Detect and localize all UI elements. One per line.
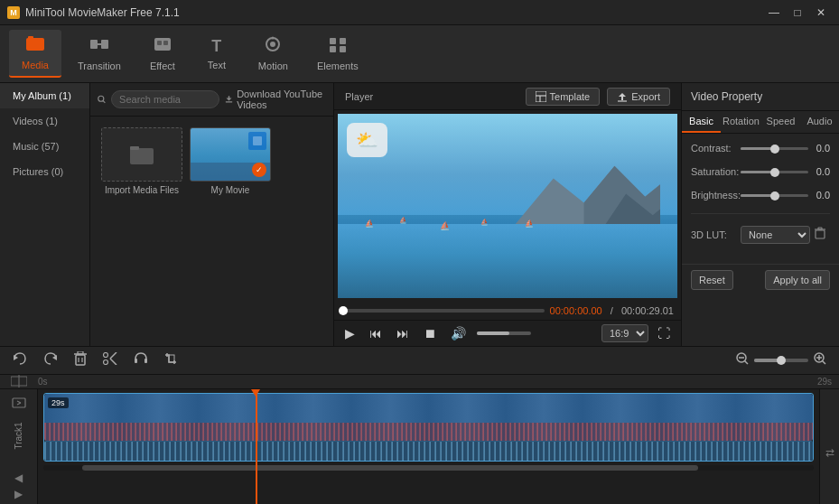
motion-icon — [263, 36, 283, 57]
volume-slider[interactable] — [477, 331, 531, 335]
timeline-scrollbar[interactable] — [43, 465, 814, 471]
sidebar-item-myalbum[interactable]: My Album (1) — [0, 83, 89, 108]
saturation-slider-wrap — [741, 171, 808, 173]
prev-frame-button[interactable]: ⏮ — [366, 324, 386, 342]
zoom-in-button[interactable] — [812, 350, 828, 370]
undo-button[interactable] — [11, 350, 29, 370]
main-toolbar: Media Transition Effect T Text Motion El… — [0, 25, 839, 83]
crop-button[interactable] — [163, 350, 181, 370]
volume-button[interactable]: 🔊 — [447, 324, 470, 342]
contrast-slider[interactable] — [741, 147, 808, 150]
audio-button[interactable] — [132, 350, 150, 370]
import-media-card[interactable]: Import Media Files — [101, 127, 182, 195]
saturation-slider[interactable] — [741, 171, 808, 173]
redo-icon — [43, 352, 58, 365]
sidebar-item-pictures[interactable]: Pictures (0) — [0, 159, 89, 184]
apply-all-button[interactable]: Apply to all — [765, 270, 830, 290]
template-icon — [536, 91, 546, 102]
toolbar-motion[interactable]: Motion — [246, 31, 301, 77]
track-right-controls: ⇄ — [819, 389, 839, 504]
minimize-button[interactable]: — — [763, 5, 785, 21]
track-duration-badge: 29s — [48, 397, 69, 408]
track-arrow-right[interactable]: ▶ — [14, 488, 23, 500]
video-container: ⛵ ⛵ ⛵ ⛵ ⛵ ⛅ — [338, 114, 677, 298]
property-panel: Video Property Basic Rotation Speed Audi… — [681, 83, 839, 346]
player-title: Player — [345, 91, 373, 102]
lut-delete-button[interactable] — [810, 225, 830, 244]
svg-rect-12 — [330, 46, 336, 52]
transition-icon — [89, 36, 109, 57]
my-movie-card[interactable]: ✓ My Movie — [190, 127, 271, 195]
download-youtube-button[interactable]: Download YouTube Videos — [225, 89, 326, 110]
sidebar-item-videos[interactable]: Videos (1) — [0, 108, 89, 134]
maximize-button[interactable]: □ — [787, 5, 808, 21]
toolbar-elements[interactable]: Elements — [304, 31, 371, 77]
motion-label: Motion — [258, 61, 288, 71]
svg-rect-32 — [76, 355, 85, 365]
timeline: 0s 29s Track1 ◀ ▶ 🔊 29s — [0, 375, 839, 504]
zoom-out-icon — [736, 352, 749, 365]
weather-overlay: ⛅ — [347, 123, 387, 157]
brightness-value: 0.0 — [808, 190, 830, 201]
tab-rotation[interactable]: Rotation — [721, 111, 761, 133]
headphones-icon — [134, 352, 148, 365]
app-icon: M — [7, 6, 20, 19]
time-separator: / — [608, 305, 616, 316]
zoom-out-button[interactable] — [734, 350, 750, 370]
fullscreen-button[interactable]: ⛶ — [654, 324, 674, 342]
sidebar-item-music[interactable]: Music (57) — [0, 134, 89, 159]
lut-select[interactable]: None — [741, 226, 810, 244]
aspect-ratio-select[interactable]: 16:9 4:3 1:1 9:16 — [601, 324, 648, 342]
zoom-thumb — [777, 356, 786, 365]
contrast-label: Contrast: — [691, 143, 741, 154]
titlebar-left: M MiniTool MovieMaker Free 7.1.1 — [7, 6, 180, 19]
export-button[interactable]: Export — [607, 88, 670, 106]
property-content: Contrast: 0.0 Saturation: — [682, 134, 839, 260]
close-button[interactable]: ✕ — [810, 5, 832, 21]
elements-icon — [328, 36, 348, 57]
cut-icon — [103, 352, 117, 365]
reset-button[interactable]: Reset — [691, 270, 733, 290]
next-frame-button[interactable]: ⏭ — [393, 324, 413, 342]
progress-bar[interactable] — [341, 309, 545, 313]
saturation-row: Saturation: 0.0 — [691, 166, 830, 177]
brightness-slider[interactable] — [741, 194, 808, 197]
player-area: Player Template Export — [334, 83, 681, 346]
split-icon — [11, 375, 27, 387]
player-controls: ▶ ⏮ ⏭ ⏹ 🔊 16:9 4:3 1:1 9:16 ⛶ — [334, 320, 681, 346]
zoom-slider[interactable] — [754, 359, 808, 362]
toolbar-text[interactable]: T Text — [191, 32, 242, 76]
track-right-arrow[interactable]: ⇄ — [825, 446, 834, 459]
video-track: 29s — [44, 394, 813, 441]
saturation-label: Saturation: — [691, 166, 741, 177]
svg-rect-19 — [253, 136, 262, 145]
template-button[interactable]: Template — [526, 88, 601, 106]
titlebar: M MiniTool MovieMaker Free 7.1.1 — □ ✕ — [0, 0, 839, 25]
tab-audio[interactable]: Audio — [800, 111, 839, 133]
play-button[interactable]: ▶ — [341, 324, 359, 342]
progress-dot — [339, 306, 348, 315]
svg-line-45 — [745, 361, 749, 365]
stop-button[interactable]: ⏹ — [420, 324, 440, 342]
search-icon — [98, 94, 106, 105]
toolbar-transition[interactable]: Transition — [65, 31, 134, 77]
contrast-slider-wrap — [741, 147, 808, 150]
track1-label: Track1 — [14, 422, 23, 449]
tab-basic[interactable]: Basic — [682, 111, 721, 133]
delete-button[interactable] — [72, 350, 89, 371]
search-input[interactable] — [111, 90, 219, 108]
cut-button[interactable] — [101, 350, 119, 370]
track-controls: Track1 ◀ ▶ 🔊 — [0, 389, 38, 504]
redo-button[interactable] — [42, 350, 60, 370]
toolbar-media[interactable]: Media — [9, 30, 61, 78]
svg-point-14 — [98, 96, 104, 101]
scrollbar-thumb — [82, 465, 698, 471]
bottom-toolbar — [0, 346, 839, 375]
tab-speed[interactable]: Speed — [761, 111, 800, 133]
delete-icon — [74, 351, 87, 366]
media-toolbar: Download YouTube Videos — [90, 83, 333, 117]
toolbar-effect[interactable]: Effect — [137, 31, 188, 77]
trash-icon — [814, 227, 826, 239]
track-arrow-left[interactable]: ◀ — [14, 471, 23, 484]
brightness-slider-wrap — [741, 194, 808, 197]
